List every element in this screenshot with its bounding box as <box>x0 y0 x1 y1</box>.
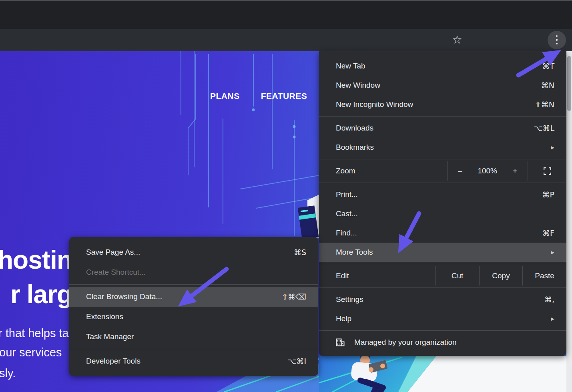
cut-label: Cut <box>452 271 464 280</box>
chevron-right-icon: ▶ <box>551 250 554 255</box>
menu-item-shortcut: ⇧⌘⌫ <box>281 292 306 301</box>
submenu-item-create-shortcut: Create Shortcut... <box>69 262 318 282</box>
bookmark-star-icon: ☆ <box>452 34 462 46</box>
zoom-in-button[interactable]: + <box>513 167 517 175</box>
menu-item-find[interactable]: Find... ⌘F <box>319 223 566 243</box>
menu-item-label: Find... <box>336 229 542 237</box>
kebab-menu-icon <box>556 35 558 45</box>
hero-body-line1: r that helps ta <box>0 327 69 340</box>
browser-toolbar: ☆ <box>0 29 572 51</box>
menu-item-label: New Incognito Window <box>336 100 535 109</box>
menu-item-new-incognito-window[interactable]: New Incognito Window ⇧⌘N <box>319 95 566 114</box>
more-tools-submenu: Save Page As... ⌘S Create Shortcut... Cl… <box>69 237 318 376</box>
nav-plans[interactable]: PLANS <box>210 91 240 101</box>
menu-item-shortcut: ⌘N <box>541 81 554 90</box>
menu-item-label: Print... <box>336 190 542 199</box>
menu-separator <box>319 159 566 159</box>
menu-item-label: Cast... <box>336 209 554 218</box>
menu-item-label: Extensions <box>86 312 306 321</box>
menu-item-help[interactable]: Help ▶ <box>319 309 566 328</box>
edit-cut-button[interactable]: Cut <box>435 266 479 285</box>
managed-label: Managed by your organization <box>354 338 457 347</box>
menu-item-cast[interactable]: Cast... <box>319 204 566 223</box>
hero-body-line2: our services <box>0 346 62 359</box>
browser-window: ☆ <box>0 0 572 392</box>
paste-label: Paste <box>535 271 554 280</box>
menu-item-downloads[interactable]: Downloads ⌥⌘L <box>319 119 566 138</box>
copy-label: Copy <box>492 271 510 280</box>
menu-item-label: Clear Browsing Data... <box>86 292 281 301</box>
hero-heading-line2: r larg <box>10 279 72 309</box>
menu-item-shortcut: ⌘F <box>542 229 554 237</box>
bookmark-button[interactable]: ☆ <box>448 31 466 49</box>
menu-item-label: Help <box>336 314 551 323</box>
menu-item-label: Task Manager <box>86 332 306 341</box>
edit-paste-button[interactable]: Paste <box>522 266 566 285</box>
site-nav: PLANS FEATURES <box>210 91 307 101</box>
menu-item-more-tools[interactable]: More Tools ▶ <box>319 243 566 262</box>
menu-item-label: Bookmarks <box>336 143 551 152</box>
menu-item-bookmarks[interactable]: Bookmarks ▶ <box>319 138 566 157</box>
menu-item-shortcut: ⌥⌘I <box>288 357 307 366</box>
menu-item-shortcut: ⌘T <box>542 62 554 70</box>
menu-item-shortcut: ⌥⌘L <box>534 124 554 133</box>
menu-item-label: More Tools <box>336 248 551 257</box>
menu-separator <box>69 284 318 285</box>
submenu-item-developer-tools[interactable]: Developer Tools ⌥⌘I <box>69 351 318 371</box>
menu-item-label: New Tab <box>336 62 542 70</box>
menu-item-edit: Edit Cut Copy Paste <box>319 266 566 285</box>
menu-item-shortcut: ⌘, <box>544 295 554 304</box>
menu-item-settings[interactable]: Settings ⌘, <box>319 290 566 309</box>
menu-item-shortcut: ⇧⌘N <box>535 100 554 109</box>
submenu-item-extensions[interactable]: Extensions <box>69 307 318 327</box>
page-scrollbar-track <box>566 51 572 392</box>
menu-item-label: Developer Tools <box>86 357 288 366</box>
menu-item-label: Create Shortcut... <box>86 268 306 277</box>
submenu-item-clear-browsing-data[interactable]: Clear Browsing Data... ⇧⌘⌫ <box>69 287 318 307</box>
menu-item-new-tab[interactable]: New Tab ⌘T <box>319 56 566 76</box>
nav-features[interactable]: FEATURES <box>261 91 307 101</box>
chevron-right-icon: ▶ <box>551 316 554 322</box>
menu-separator <box>69 349 318 349</box>
organization-building-icon <box>336 338 345 347</box>
menu-separator <box>319 330 566 331</box>
menu-item-label: Settings <box>336 295 544 304</box>
edit-copy-button[interactable]: Copy <box>479 266 522 285</box>
fullscreen-icon <box>544 167 551 175</box>
menu-item-shortcut: ⌘P <box>542 190 554 199</box>
menu-separator <box>319 183 566 183</box>
menu-item-managed-by-organization[interactable]: Managed by your organization <box>319 333 566 352</box>
menu-item-label: New Window <box>336 81 541 90</box>
hero-heading-line1: hostin <box>0 245 72 275</box>
fullscreen-button[interactable] <box>528 161 566 181</box>
hero-body-line3: sly. <box>0 367 16 380</box>
menu-separator <box>319 116 566 117</box>
menu-item-label: Downloads <box>336 124 534 133</box>
zoom-controls: – 100% + <box>447 161 528 181</box>
menu-item-new-window[interactable]: New Window ⌘N <box>319 76 566 95</box>
menu-item-label: Edit <box>319 266 435 285</box>
menu-item-zoom: Zoom – 100% + <box>319 161 566 181</box>
submenu-item-task-manager[interactable]: Task Manager <box>69 327 318 347</box>
menu-item-label: Zoom <box>319 161 447 181</box>
menu-separator <box>319 264 566 264</box>
menu-item-print[interactable]: Print... ⌘P <box>319 185 566 204</box>
browser-menu-button[interactable] <box>548 31 566 49</box>
menu-item-shortcut: ⌘S <box>294 248 306 257</box>
zoom-value: 100% <box>478 167 497 175</box>
menu-separator <box>319 287 566 288</box>
browser-main-menu: New Tab ⌘T New Window ⌘N New Incognito W… <box>319 51 566 356</box>
submenu-item-save-page-as[interactable]: Save Page As... ⌘S <box>69 242 318 262</box>
page-scrollbar-thumb[interactable] <box>567 56 571 111</box>
chevron-right-icon: ▶ <box>551 145 554 150</box>
zoom-out-button[interactable]: – <box>458 167 462 175</box>
tab-bar <box>0 0 572 29</box>
menu-item-label: Save Page As... <box>86 248 294 257</box>
